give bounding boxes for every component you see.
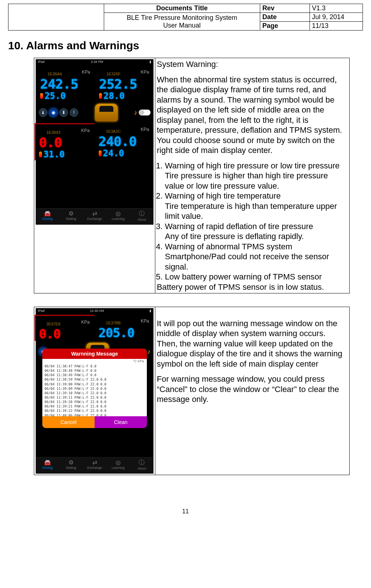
tire-id: 1E3993	[46, 130, 60, 135]
popup-message-row: 06/04 11:39:11 PAW:L-F 22.0 0.0	[45, 395, 145, 400]
tire-front-left: 1E38A4 KPa 242.5 25.0	[36, 66, 95, 102]
temp-value: 25.0	[45, 91, 66, 101]
battery-icon: ▮	[149, 60, 151, 65]
page-number: 11	[8, 508, 363, 515]
cancel-button[interactable]: Cancel	[42, 416, 95, 428]
pressure-value: 0.0	[39, 136, 92, 149]
thermometer-icon	[99, 93, 102, 99]
learning-icon: ◎	[106, 459, 130, 466]
thermometer-icon	[40, 93, 43, 99]
warning-list: Warning of high tire pressure or low tir…	[157, 161, 348, 282]
info-icon: ⓘ	[130, 210, 153, 218]
middle-control-bar: 🌡 ◉ ⬇ ! ♪	[36, 102, 153, 123]
kpa-label: KPa	[141, 70, 149, 75]
tab-about[interactable]: ⓘAbout	[130, 209, 153, 225]
temp-value: 31.0	[43, 149, 65, 160]
popup-message-row: 06/04 11:40:06 PAW:L-F 22.0 0.0	[45, 413, 145, 416]
tab-about[interactable]: ⓘAbout	[130, 457, 153, 474]
tab-exchange[interactable]: ⇄Exchange	[83, 457, 106, 474]
deflation-warning-icon: ⬇	[59, 108, 68, 117]
pressure-value: 205.0	[99, 327, 152, 339]
popup-message-row: 06/04 11:39:21 PAW:L-F 22.0 0.0	[45, 404, 145, 409]
popup-description-2: For warning message window, you could pr…	[157, 374, 348, 405]
tab-driving[interactable]: 🚘Driving	[36, 209, 59, 225]
date-label: Date	[260, 13, 310, 22]
exchange-icon: ⇄	[83, 210, 106, 217]
popup-message-list: 06/04 11:38:47 PAW:L-F 0.006/04 11:38:48…	[42, 363, 147, 416]
tab-setting[interactable]: ⚙Setting	[59, 457, 83, 474]
nav-tabs: 🚘Driving ⚙Setting ⇄Exchange ◎Learning ⓘA…	[36, 208, 153, 225]
doc-title-label: Documents Title	[104, 4, 260, 13]
warn-item-5: Low battery power warning of TPMS sensor	[165, 272, 348, 282]
popup-title: Warnning Message	[42, 349, 147, 359]
tab-setting[interactable]: ⚙Setting	[59, 209, 83, 225]
music-icon: ♪	[147, 348, 151, 356]
tire-id: 1E38A4	[47, 72, 62, 76]
kpa-label: KPa	[82, 70, 90, 75]
tire-id: 1E37BB	[106, 321, 121, 325]
gear-icon: ⚙	[59, 210, 83, 217]
status-time: 2:34 PM	[91, 60, 103, 65]
popup-message-row: 06/04 11:38:47 PAW:L-F 0.0	[45, 364, 145, 368]
tire-front-right: 1E326F KPa 252.5 28.0	[95, 66, 153, 102]
temp-value: 28.0	[103, 91, 125, 101]
status-bar: iPad 11:40 AM ▮	[36, 308, 153, 315]
thermometer-icon	[99, 150, 102, 156]
kpa-label: KPa	[141, 318, 149, 324]
popup-message-row: 06/04 11:38:48 PAW:L-F 0.0	[45, 368, 145, 373]
page-value: 11/13	[310, 22, 363, 31]
tab-driving[interactable]: 🚘Driving	[36, 457, 59, 474]
tire-id: 1E3A2C	[106, 129, 121, 133]
tire-front-right: 1E37BB KPa 205.0	[94, 315, 154, 341]
tire-rear-left: 1E3993 KPa 0.0 31.0	[35, 123, 94, 160]
warn-item-3: Warning of rapid deflation of tire press…	[165, 221, 348, 242]
pressure-value: 252.5	[99, 78, 151, 91]
screenshot-2-cell: iPad 11:40 AM ▮ 3537E8 KPa 0.0 1E37BB KP…	[34, 307, 155, 475]
popup-message-row: 06/04 11:39:00 PAW:L-F 22.0 0.0	[45, 382, 145, 386]
car-icon: 🚘	[36, 210, 59, 217]
clean-button[interactable]: Clean	[95, 416, 147, 428]
mute-switch[interactable]	[139, 110, 151, 115]
section-title: 10. Alarms and Warnings	[8, 39, 363, 52]
tab-learning[interactable]: ◎Learning	[106, 209, 130, 225]
popup-message-row: 06/04 11:38:59 PAW:L-F 22.0 0.0	[45, 377, 145, 382]
pressure-value: 242.5	[40, 78, 92, 91]
nav-tabs: 🚘Driving ⚙Setting ⇄Exchange ◎Learning ⓘA…	[36, 457, 153, 474]
warn-item-1: Warning of high tire pressure or low tir…	[165, 161, 348, 191]
tire-id: 1E326F	[106, 72, 121, 76]
tab-learning[interactable]: ◎Learning	[106, 457, 130, 474]
warning-popup: Warnning Message °C KPa 06/04 11:38:47 P…	[42, 349, 147, 428]
warn-item-4: Warning of abnormal TPMS systemSmartphon…	[165, 242, 348, 272]
music-icon: ♪	[134, 109, 137, 117]
sound-toggle[interactable]: ♪	[134, 109, 151, 117]
popup-message-row: 06/04 11:39:09 PAW:L-F 22.0 0.0	[45, 386, 145, 391]
rev-label: Rev	[260, 4, 310, 13]
warn-item-5-detail: Battery power of TPMS sensor is in low s…	[157, 282, 324, 292]
doc-title: BLE Tire Pressure Monitoring System User…	[104, 13, 260, 31]
tab-exchange[interactable]: ⇄Exchange	[83, 209, 106, 225]
status-bar: iPad 2:34 PM ▮	[36, 59, 153, 66]
battery-icon: ▮	[149, 309, 151, 314]
kpa-label: KPa	[141, 127, 149, 132]
date-value: Jul 9, 2014	[310, 13, 363, 22]
popup-description-1: It will pop out the warning message wind…	[157, 318, 348, 369]
pressure-value: 240.0	[99, 135, 152, 148]
status-device: iPad	[38, 309, 45, 314]
alarm-table-1: iPad 2:34 PM ▮ 1E38A4 KPa 242.5 25.0 1E3…	[34, 58, 350, 293]
tire-rear-right: 1E3A2C KPa 240.0 24.0	[94, 123, 154, 160]
description-2: It will pop out the warning message wind…	[155, 307, 350, 475]
alarm-table-2: iPad 11:40 AM ▮ 3537E8 KPa 0.0 1E37BB KP…	[34, 307, 350, 475]
screenshot-1-cell: iPad 2:34 PM ▮ 1E38A4 KPa 242.5 25.0 1E3…	[34, 58, 155, 293]
temperature-warning-icon: 🌡	[39, 108, 47, 117]
kpa-label: KPa	[81, 128, 90, 133]
description-1: System Warning: When the abnormal tire s…	[155, 58, 350, 293]
gear-icon: ⚙	[59, 459, 83, 466]
kpa-label: KPa	[81, 320, 90, 325]
rev-value: V1.3	[310, 4, 363, 13]
system-warning-heading: System Warning:	[157, 59, 348, 70]
popup-units: °C KPa	[42, 359, 147, 363]
tire-id: 3537E8	[46, 322, 60, 326]
warning-icons: 🌡 ◉ ⬇ !	[39, 108, 78, 117]
system-warning-body: When the abnormal tire system status is …	[157, 75, 348, 156]
popup-message-row: 06/04 11:39:10 PAW:L-F 22.0 0.0	[45, 391, 145, 395]
